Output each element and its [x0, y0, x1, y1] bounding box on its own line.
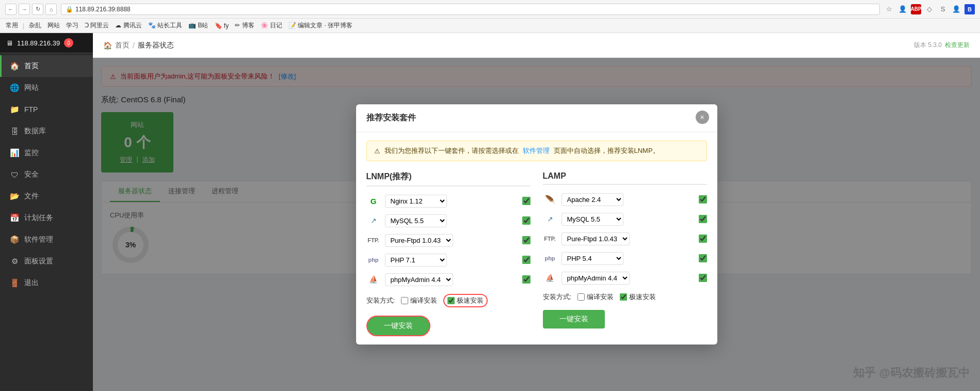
extension-icon5[interactable]: B [965, 4, 975, 14]
server-icon: 🖥 [6, 39, 13, 47]
nginx-checkbox[interactable] [522, 197, 531, 205]
lamp-fast-checkbox[interactable] [620, 293, 627, 301]
refresh-button[interactable]: ↻ [32, 4, 43, 15]
lamp-column: LAMP 🪶 Apache 2.4 [543, 171, 707, 336]
lamp-title: LAMP [543, 171, 707, 185]
lnmp-mysql-icon: ↗ [366, 213, 381, 228]
address-bar[interactable]: 🔒 118.89.216.39:8888 [61, 4, 880, 15]
sidebar-label-cron: 计划任务 [24, 213, 53, 223]
extension-icon1[interactable]: 👤 [897, 4, 908, 14]
sidebar-header: 🖥 118.89.216.39 0 [0, 33, 93, 53]
browser-actions: ☆ 👤 ABP ◇ S 👤 B [884, 4, 975, 14]
nginx-select[interactable]: Nginx 1.12 [385, 195, 447, 208]
lnmp-ftp-checkbox[interactable] [522, 236, 531, 244]
breadcrumb-home-label[interactable]: 首页 [115, 41, 130, 50]
apache-checkbox[interactable] [699, 195, 707, 204]
sidebar: 🖥 118.89.216.39 0 🏠 首页 🌐 网站 📁 FTP 🗄 数据库 [0, 33, 93, 391]
lnmp-compile-option[interactable]: 编译安装 [401, 296, 437, 305]
forward-button[interactable]: → [19, 4, 30, 15]
url-text: 118.89.216.39:8888 [75, 6, 131, 13]
lamp-php-checkbox[interactable] [699, 254, 707, 262]
lnmp-mysql-select[interactable]: MySQL 5.5 [385, 214, 447, 227]
lnmp-php-select[interactable]: PHP 7.1 [385, 254, 447, 267]
adblock-icon[interactable]: ABP [911, 4, 921, 14]
modal-close-button[interactable]: × [696, 111, 709, 124]
notice-software-link[interactable]: 软件管理 [523, 146, 550, 155]
sidebar-item-software[interactable]: 📦 软件管理 [0, 229, 93, 251]
lamp-compile-checkbox[interactable] [577, 293, 585, 301]
lamp-php-icon: php [543, 251, 557, 265]
lamp-phpmyadmin-select[interactable]: phpMyAdmin 4.4 [561, 272, 630, 285]
modal-notice: ⚠ 我们为您推荐以下一键套件，请按需选择或在 软件管理 页面中自动选择，推荐安装… [366, 140, 707, 161]
bookmark-tencent[interactable]: ☁ 腾讯云 [114, 21, 143, 30]
lnmp-column: LNMP(推荐) G Nginx 1.12 [366, 171, 531, 336]
extension-icon2[interactable]: ◇ [924, 4, 935, 14]
sidebar-item-cron[interactable]: 📅 计划任务 [0, 207, 93, 229]
sidebar-host: 118.89.216.39 [17, 39, 60, 47]
sidebar-item-monitor[interactable]: 📊 监控 [0, 142, 93, 164]
bookmark-edit-article[interactable]: 📝 编辑文章 · 张甲博客 [287, 21, 354, 30]
lamp-mysql-row: ↗ MySQL 5.5 [543, 212, 707, 226]
lamp-mysql-icon: ↗ [543, 212, 557, 226]
sidebar-item-database[interactable]: 🗄 数据库 [0, 120, 93, 142]
lamp-install-method: 安装方式: 编译安装 极速安装 [543, 292, 707, 302]
bookmark-riji[interactable]: 🌸 日记 [259, 21, 284, 30]
lnmp-php-checkbox[interactable] [522, 256, 531, 264]
apache-icon: 🪶 [543, 192, 557, 207]
home-button[interactable]: ⌂ [45, 4, 57, 15]
lamp-ftp-row: FTP. Pure-Ftpd 1.0.43 [543, 231, 707, 246]
lnmp-method-label: 安装方式: [366, 296, 395, 305]
lamp-compile-label: 编译安装 [587, 292, 614, 302]
nginx-icon: G [366, 194, 381, 208]
sidebar-label-database: 数据库 [24, 127, 46, 136]
bookmark-fy[interactable]: 🔖 fy [213, 22, 231, 30]
sidebar-item-website[interactable]: 🌐 网站 [0, 77, 93, 99]
sidebar-item-home[interactable]: 🏠 首页 [0, 55, 93, 77]
lnmp-mysql-checkbox[interactable] [522, 216, 531, 225]
lamp-mysql-checkbox[interactable] [699, 215, 707, 223]
lamp-php-select[interactable]: PHP 5.4 [561, 252, 623, 265]
lnmp-fast-checkbox[interactable] [447, 297, 455, 304]
main-content: 🏠 首页 / 服务器状态 版本 5.3.0 检查更新 ⚠ 当前面板用户为admi… [93, 33, 980, 391]
lnmp-install-button[interactable]: 一键安装 [366, 316, 430, 336]
bookmark-changYong[interactable]: 常用 [4, 21, 20, 30]
lnmp-php-row: php PHP 7.1 [366, 253, 531, 267]
bookmark-aliyun[interactable]: Ↄ 阿里云 [83, 21, 110, 30]
lnmp-fast-option[interactable]: 极速安装 [443, 294, 488, 307]
lamp-compile-option[interactable]: 编译安装 [577, 292, 614, 302]
lnmp-phpmyadmin-checkbox[interactable] [522, 275, 531, 284]
modal-title: 推荐安装套件 [366, 113, 416, 122]
bookmark-xuexi[interactable]: 学习 [65, 21, 80, 30]
bookmark-blog[interactable]: ✏ 博客 [233, 21, 255, 30]
lamp-fast-option[interactable]: 极速安装 [620, 292, 656, 302]
back-button[interactable]: ← [5, 4, 17, 15]
apache-select[interactable]: Apache 2.4 [561, 193, 623, 206]
extension-icon4[interactable]: 👤 [951, 4, 961, 14]
sidebar-item-settings[interactable]: ⚙ 面板设置 [0, 251, 93, 272]
lnmp-nginx-row: G Nginx 1.12 [366, 194, 531, 208]
check-update-link[interactable]: 检查更新 [945, 41, 970, 50]
lnmp-compile-checkbox[interactable] [401, 297, 408, 304]
sidebar-item-ftp[interactable]: 📁 FTP [0, 99, 93, 120]
lamp-mysql-select[interactable]: MySQL 5.5 [561, 213, 623, 226]
lamp-install-button[interactable]: 一键安装 [543, 310, 605, 329]
cron-icon: 📅 [10, 213, 19, 223]
bookmark-wangzhan[interactable]: 网站 [46, 21, 61, 30]
lnmp-phpmyadmin-select[interactable]: phpMyAdmin 4.4 [385, 273, 453, 286]
bookmark-star-icon[interactable]: ☆ [884, 4, 894, 14]
extension-icon3[interactable]: S [938, 4, 948, 14]
page-body: ⚠ 当前面板用户为admin,这可能为面板安全带来风险！ [修改] 系统: Ce… [93, 58, 980, 391]
lnmp-php-icon: php [366, 253, 381, 267]
sidebar-item-logout[interactable]: 🚪 退出 [0, 272, 93, 294]
version-label: 版本 5.3.0 [914, 41, 942, 50]
sidebar-item-files[interactable]: 📂 文件 [0, 185, 93, 207]
lnmp-ftp-select[interactable]: Pure-Ftpd 1.0.43 [385, 234, 453, 247]
sidebar-label-monitor: 监控 [24, 148, 39, 158]
bookmark-zaluan[interactable]: 杂乱 [27, 21, 43, 30]
sidebar-item-security[interactable]: 🛡 安全 [0, 164, 93, 185]
lamp-ftp-select[interactable]: Pure-Ftpd 1.0.43 [561, 232, 630, 245]
bookmark-bilibili[interactable]: 📺 B站 [187, 21, 210, 30]
lamp-ftp-checkbox[interactable] [699, 234, 707, 243]
bookmark-webmaster[interactable]: 🐾 站长工具 [147, 21, 184, 30]
lamp-phpmyadmin-checkbox[interactable] [699, 274, 707, 282]
